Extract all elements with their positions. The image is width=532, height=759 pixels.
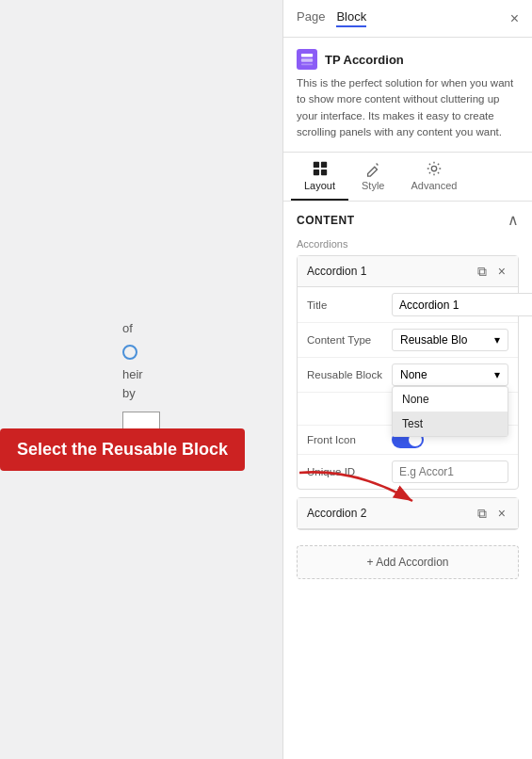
block-icon	[297, 49, 317, 70]
tab-style[interactable]: Style	[348, 153, 397, 201]
svg-point-8	[431, 166, 436, 170]
panel-tabs: Page Block	[297, 9, 366, 27]
title-row: Title ≡	[298, 287, 518, 323]
accordion-2-duplicate[interactable]: ⧉	[475, 506, 490, 521]
block-info-title-row: TP Accordion	[297, 49, 519, 70]
title-input-container: ≡	[392, 293, 532, 316]
content-type-value: Reusable Blo	[400, 333, 467, 347]
content-type-chevron: ▾	[494, 333, 500, 347]
accordions-label: Accordions	[297, 238, 519, 250]
canvas-text-by: by	[122, 384, 160, 404]
canvas-area: of heir by	[0, 0, 282, 759]
reusable-block-chevron: ▾	[494, 368, 500, 381]
title-input[interactable]	[399, 299, 532, 312]
svg-rect-6	[313, 170, 318, 175]
style-icon	[364, 160, 381, 177]
dropdown-item-test[interactable]: Test	[393, 412, 508, 436]
accordion-1-header: Accordion 1 ⧉ ×	[298, 256, 518, 287]
svg-rect-1	[301, 54, 313, 57]
tab-layout[interactable]: Layout	[291, 153, 348, 201]
content-section-header: Content ∧	[283, 202, 532, 238]
svg-rect-7	[320, 170, 326, 175]
accordion-1-actions: ⧉ ×	[475, 264, 508, 279]
add-accordion-label: + Add Accordion	[366, 556, 448, 569]
content-type-select[interactable]: Reusable Blo ▾	[392, 329, 508, 351]
panel-header: Page Block ×	[283, 0, 532, 38]
panel: Page Block × TP Accordion This is the pe…	[282, 0, 532, 759]
reusable-block-value: None	[400, 368, 427, 381]
accordion-1-title: Accordion 1	[307, 265, 366, 278]
nav-tabs: Layout Style Advanced	[283, 153, 532, 202]
callout-label: Select the Reusable Block	[0, 428, 245, 471]
accordion-2-delete[interactable]: ×	[495, 506, 508, 521]
tab-advanced[interactable]: Advanced	[398, 153, 471, 201]
tab-advanced-label: Advanced	[411, 180, 458, 191]
block-info: TP Accordion This is the perfect solutio…	[283, 38, 532, 153]
reusable-block-select[interactable]: None ▾	[392, 363, 508, 386]
front-icon-label: Front Icon	[307, 434, 392, 445]
tab-block[interactable]: Block	[336, 9, 366, 27]
svg-rect-2	[301, 58, 313, 62]
layout-icon	[312, 160, 329, 177]
content-section-toggle[interactable]: ∧	[508, 211, 519, 229]
title-label: Title	[307, 299, 392, 311]
accordion-2-actions: ⧉ ×	[475, 506, 508, 521]
callout-arrow	[299, 463, 422, 524]
canvas-circle	[122, 345, 137, 360]
tab-style-label: Style	[362, 180, 384, 191]
dropdown-item-none[interactable]: None	[393, 387, 508, 412]
block-description: This is the perfect solution for when yo…	[297, 75, 519, 140]
close-button[interactable]: ×	[510, 11, 519, 26]
block-title: TP Accordion	[325, 53, 404, 67]
advanced-icon	[426, 160, 443, 177]
accordion-icon	[300, 53, 314, 66]
content-type-label: Content Type	[307, 334, 392, 346]
tab-page[interactable]: Page	[297, 9, 325, 27]
reusable-block-dropdown: None Test	[392, 386, 508, 437]
add-accordion-button[interactable]: + Add Accordion	[297, 545, 519, 579]
content-section-title: Content	[297, 214, 355, 227]
svg-rect-4	[313, 162, 318, 168]
title-input-wrapper: ≡	[392, 293, 532, 316]
accordion-1-card: Accordion 1 ⧉ × Title ≡	[297, 255, 519, 490]
accordion-1-delete[interactable]: ×	[495, 264, 508, 279]
content-type-select-wrapper: Reusable Blo ▾	[392, 329, 508, 351]
reusable-block-label: Reusable Block	[307, 369, 392, 380]
reusable-block-row: Reusable Block None ▾ None Test	[298, 358, 518, 393]
svg-rect-3	[301, 63, 313, 65]
accordion-1-duplicate[interactable]: ⧉	[475, 264, 490, 279]
reusable-block-select-wrapper: None ▾ None Test	[392, 363, 508, 386]
tab-layout-label: Layout	[304, 180, 335, 191]
canvas-text-of: of	[122, 319, 160, 339]
content-type-row: Content Type Reusable Blo ▾	[298, 323, 518, 358]
canvas-text-heir: heir	[122, 365, 160, 385]
svg-rect-5	[320, 162, 326, 168]
